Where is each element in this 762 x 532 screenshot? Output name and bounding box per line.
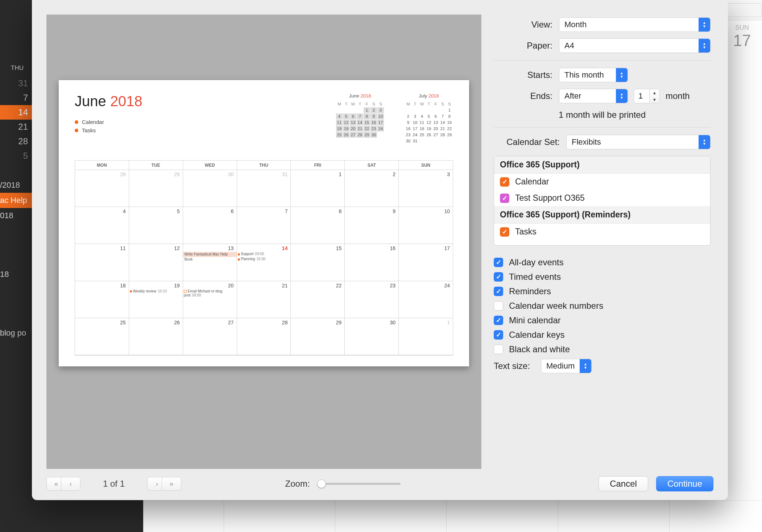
calendar-item[interactable]: Test Support O365 bbox=[494, 190, 710, 206]
select-arrows-icon bbox=[699, 18, 710, 32]
dialog-footer: « ‹ 1 of 1 › » Zoom: Cancel Continue bbox=[32, 473, 728, 500]
prev-page-button[interactable]: ‹ bbox=[61, 477, 80, 491]
preview-box: June 2018 Calendar Tasks June 2018 MTWTF… bbox=[46, 14, 481, 469]
pager: « ‹ 1 of 1 › » bbox=[46, 477, 181, 491]
select-arrows-icon bbox=[616, 89, 628, 103]
page-indicator: 1 of 1 bbox=[103, 479, 125, 489]
calendar-item[interactable]: Tasks bbox=[494, 224, 710, 240]
options-list: All-day events Timed events Reminders Ca… bbox=[494, 257, 711, 354]
zoom-control: Zoom: bbox=[285, 479, 401, 489]
ends-label: Ends: bbox=[494, 91, 559, 101]
preview-page: June 2018 Calendar Tasks June 2018 MTWTF… bbox=[59, 80, 469, 366]
checkbox-bw[interactable] bbox=[494, 345, 503, 354]
mini-cal-june: June 2018 MTWTFSS12345678910111213141516… bbox=[336, 93, 384, 144]
sidebar-item[interactable]: /2018 bbox=[0, 178, 34, 193]
sidebar-mini-calendar: THU 31 7 14 21 28 5 /2018 ac Help 018 18… bbox=[0, 62, 34, 341]
checkbox-reminders[interactable] bbox=[494, 287, 503, 296]
calendar-group: Office 365 (Support) bbox=[494, 156, 710, 174]
select-arrows-icon bbox=[616, 68, 628, 82]
months-unit: month bbox=[666, 91, 690, 101]
checkbox-icon[interactable] bbox=[500, 177, 509, 187]
calendar-keys: Calendar Tasks bbox=[75, 119, 142, 133]
checkbox-allday[interactable] bbox=[494, 258, 503, 267]
sidebar-thu-label: THU bbox=[0, 62, 34, 76]
textsize-label: Text size: bbox=[494, 361, 541, 371]
select-arrows-icon bbox=[580, 359, 591, 373]
paper-select[interactable]: A4 bbox=[559, 38, 711, 53]
month-grid: MONTUEWEDTHUFRISATSUN2829303112345678910… bbox=[75, 160, 453, 356]
calset-label: Calendar Set: bbox=[494, 137, 566, 147]
checkbox-timed[interactable] bbox=[494, 272, 503, 282]
checkbox-icon[interactable] bbox=[500, 194, 509, 203]
print-preview: June 2018 Calendar Tasks June 2018 MTWTF… bbox=[46, 14, 481, 469]
calendar-list[interactable]: Office 365 (Support) Calendar Test Suppo… bbox=[494, 156, 711, 246]
sidebar-item[interactable]: 18 bbox=[0, 267, 34, 282]
cancel-button[interactable]: Cancel bbox=[599, 476, 648, 491]
print-settings: View: Month Paper: A4 Starts: This month… bbox=[494, 14, 713, 469]
sidebar-item[interactable]: ac Help bbox=[0, 193, 34, 208]
checkbox-weeknums[interactable] bbox=[494, 301, 503, 311]
calset-select[interactable]: Flexibits bbox=[566, 135, 711, 149]
page-title: June 2018 bbox=[75, 93, 142, 109]
continue-button[interactable]: Continue bbox=[656, 476, 713, 491]
sidebar-item[interactable]: 018 bbox=[0, 208, 34, 223]
starts-select[interactable]: This month bbox=[559, 68, 628, 82]
calendar-item[interactable]: Calendar bbox=[494, 174, 710, 190]
checkbox-icon[interactable] bbox=[500, 227, 509, 237]
last-page-button[interactable]: » bbox=[162, 477, 181, 491]
sidebar-item[interactable]: blog po bbox=[0, 325, 34, 341]
slider-knob[interactable] bbox=[317, 479, 326, 488]
view-select[interactable]: Month bbox=[559, 17, 711, 32]
mini-cal-july: July 2018 MTWTFSS12345678910111213141516… bbox=[405, 93, 453, 144]
select-arrows-icon bbox=[699, 39, 710, 53]
print-summary: 1 month will be printed bbox=[494, 110, 711, 120]
checkbox-calkeys[interactable] bbox=[494, 330, 503, 340]
calendar-group: Office 365 (Support) (Reminders) bbox=[494, 206, 710, 224]
starts-label: Starts: bbox=[494, 70, 559, 80]
paper-label: Paper: bbox=[494, 41, 559, 51]
months-stepper[interactable]: 1 ▲▼ bbox=[634, 89, 660, 103]
select-arrows-icon bbox=[699, 135, 710, 149]
ends-select[interactable]: After bbox=[559, 89, 628, 103]
zoom-slider[interactable] bbox=[317, 483, 401, 485]
stepper-arrows-icon: ▲▼ bbox=[649, 89, 659, 103]
print-dialog: June 2018 Calendar Tasks June 2018 MTWTF… bbox=[32, 0, 728, 500]
checkbox-minical[interactable] bbox=[494, 316, 503, 325]
sun-header: SUN 17 bbox=[722, 20, 762, 50]
background-grid bbox=[143, 500, 762, 532]
textsize-select[interactable]: Medium bbox=[541, 359, 592, 373]
view-label: View: bbox=[494, 20, 559, 30]
